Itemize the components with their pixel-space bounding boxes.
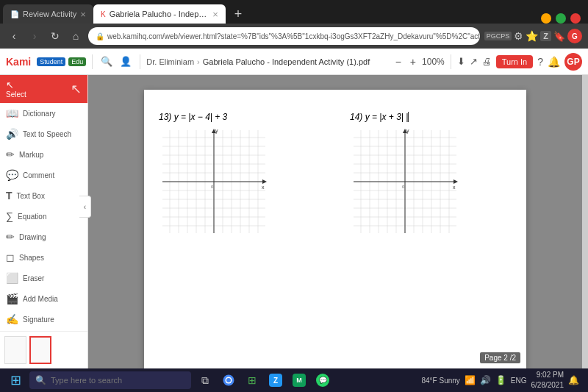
share-icon[interactable]: ↗ <box>470 56 478 67</box>
back-button[interactable]: ‹ <box>6 28 22 44</box>
home-button[interactable]: ⌂ <box>68 28 84 44</box>
volume-icon[interactable]: 🔊 <box>480 375 491 385</box>
svg-text:y: y <box>406 128 409 134</box>
addmedia-icon: 🎬 <box>6 293 18 304</box>
comment-icon: 💬 <box>6 169 18 181</box>
ext-icon3[interactable]: 🔖 <box>553 31 565 42</box>
page-label: Page <box>484 354 501 362</box>
sidebar-item-tts[interactable]: 🔊 Text to Speech <box>0 124 87 144</box>
sidebar-item-drawing[interactable]: ✏ Drawing <box>0 227 87 247</box>
tab-favicon: 📄 <box>10 10 19 18</box>
taskbar-chrome-icon[interactable] <box>219 371 238 390</box>
sidebar-item-eraser[interactable]: ⬜ Eraser <box>0 268 87 288</box>
page-indicator: Page 2 /2 <box>480 352 520 363</box>
tab-close-kami[interactable]: × <box>212 9 218 20</box>
taskbar-zoom-icon[interactable]: Z <box>266 371 285 390</box>
tab-review-label: Review Activity <box>23 10 76 18</box>
clock: 9:02 PM 6/28/2021 <box>531 370 564 391</box>
nav-bar: ‹ › ↻ ⌂ 🔒 web.kamihq.com/web/viewer.html… <box>0 24 588 49</box>
bell-icon[interactable]: 🔔 <box>548 56 560 68</box>
breadcrumb-teacher: Dr. Eliminiam <box>146 57 194 66</box>
taskbar-search-box[interactable]: 🔍 <box>29 371 191 389</box>
sidebar-item-dictionary[interactable]: 📖 Dictionary <box>0 103 87 124</box>
sidebar-item-signature[interactable]: ✍ Signature <box>0 309 87 329</box>
taskbar-search-input[interactable] <box>51 376 185 385</box>
reload-button[interactable]: ↻ <box>47 28 63 44</box>
sidebar-item-markup[interactable]: ✏ Markup <box>0 144 87 165</box>
search-tool[interactable]: 🔍 <box>98 54 115 70</box>
kami-logo: Kami <box>6 56 31 68</box>
help-icon[interactable]: ? <box>537 56 543 68</box>
tts-label: Text to Speech <box>23 130 71 138</box>
problem-14-label: 14) y = |x + 3| | <box>350 112 512 122</box>
pdf-page: 13) y = |x − 4| + 3 <box>144 90 526 368</box>
breadcrumb: Dr. Eliminiam › Gabriela Palucho - Indep… <box>146 57 389 66</box>
dictionary-label: Dictionary <box>23 110 55 118</box>
taskbar-meet-icon[interactable]: M <box>290 371 309 390</box>
sidebar: ↖ Select ↖ 📖 Dictionary 🔊 Text to Speech… <box>0 75 88 368</box>
svg-text:y: y <box>215 128 218 134</box>
maximize-button[interactable] <box>556 13 566 24</box>
markup-label: Markup <box>19 151 43 159</box>
forward-button[interactable]: › <box>26 28 43 44</box>
svg-text:x: x <box>453 185 456 190</box>
drawing-label: Drawing <box>19 233 46 241</box>
zoom-controls: − + 100% <box>392 56 445 68</box>
new-tab-button[interactable]: + <box>229 4 248 24</box>
close-button[interactable] <box>570 13 581 24</box>
graph-13-svg: y x 0 <box>159 126 269 237</box>
tab-kami-active[interactable]: K Gabriela Palucho - Independent... × <box>93 4 226 24</box>
sidebar-item-select[interactable]: ↖ Select ↖ <box>0 75 87 103</box>
pdf-content-area: 13) y = |x − 4| + 3 <box>88 75 582 368</box>
ext-icon1[interactable]: ⚙ <box>514 30 523 42</box>
scrollbar[interactable] <box>582 75 588 368</box>
sidebar-item-shapes[interactable]: ◻ Shapes <box>0 247 87 268</box>
address-bar[interactable]: 🔒 web.kamihq.com/web/viewer.html?state=%… <box>88 27 480 45</box>
tab-close-review[interactable]: × <box>80 9 86 20</box>
taskbar-apps-icon[interactable]: ⊞ <box>243 371 262 390</box>
system-tray: 84°F Sunny 📶 🔊 🔋 ENG 9:02 PM 6/28/2021 🔔 <box>418 370 582 391</box>
sidebar-item-equation[interactable]: ∑ Equation <box>0 206 87 227</box>
windows-start-button[interactable]: ⊞ <box>6 371 25 390</box>
tab-review-activity[interactable]: 📄 Review Activity × <box>3 4 93 24</box>
page-thumb-1[interactable] <box>4 336 26 364</box>
sidebar-item-addmedia[interactable]: 🎬 Add Media <box>0 288 87 309</box>
toolbar-sep1 <box>92 54 93 69</box>
textbox-icon: T <box>6 190 12 202</box>
student-badge: Student <box>37 57 65 66</box>
page-thumb-2[interactable] <box>29 336 51 364</box>
edu-badge: Edu <box>68 57 86 66</box>
equation-icon: ∑ <box>6 210 13 222</box>
profile-tool[interactable]: 👤 <box>118 54 134 70</box>
problem-14-equation: y = |x + 3| <box>365 112 404 122</box>
task-view-button[interactable]: ⧉ <box>196 371 215 390</box>
eraser-label: Eraser <box>23 274 44 282</box>
tab-kami-favicon: K <box>101 10 106 18</box>
cursor-blink: | <box>406 112 409 122</box>
ext-icon2[interactable]: ⭐ <box>526 30 538 42</box>
sidebar-item-textbox[interactable]: T Text Box <box>0 185 87 206</box>
tab-bar: 📄 Review Activity × K Gabriela Palucho -… <box>0 0 588 24</box>
user-avatar[interactable]: GP <box>564 53 582 71</box>
graph-14-svg: y x 0 <box>350 126 460 237</box>
svg-point-60 <box>226 378 231 382</box>
print-icon[interactable]: 🖨 <box>482 56 492 67</box>
zoom-minus-btn[interactable]: − <box>392 56 404 68</box>
sidebar-collapse-button[interactable]: ‹ <box>79 196 88 218</box>
taskbar-chat-icon[interactable]: 💬 <box>313 371 332 390</box>
kami-toolbar: Kami Student Edu 🔍 👤 Dr. Eliminiam › Gab… <box>0 49 588 75</box>
download-icon[interactable]: ⬇ <box>457 56 465 67</box>
eraser-icon: ⬜ <box>6 272 18 284</box>
minimize-button[interactable] <box>541 13 551 24</box>
network-icon[interactable]: 📶 <box>465 375 476 385</box>
turn-in-button[interactable]: Turn In <box>496 55 533 68</box>
select-label: Select <box>6 90 26 99</box>
notification-icon[interactable]: 🔔 <box>568 375 579 385</box>
date: 6/28/2021 <box>531 380 564 391</box>
zoom-plus-btn[interactable]: + <box>407 56 419 68</box>
signature-label: Signature <box>23 316 54 324</box>
ext-z[interactable]: Z <box>540 31 551 41</box>
signature-icon: ✍ <box>6 313 18 325</box>
profile-icon[interactable]: G <box>567 29 582 43</box>
sidebar-item-comment[interactable]: 💬 Comment <box>0 165 87 185</box>
